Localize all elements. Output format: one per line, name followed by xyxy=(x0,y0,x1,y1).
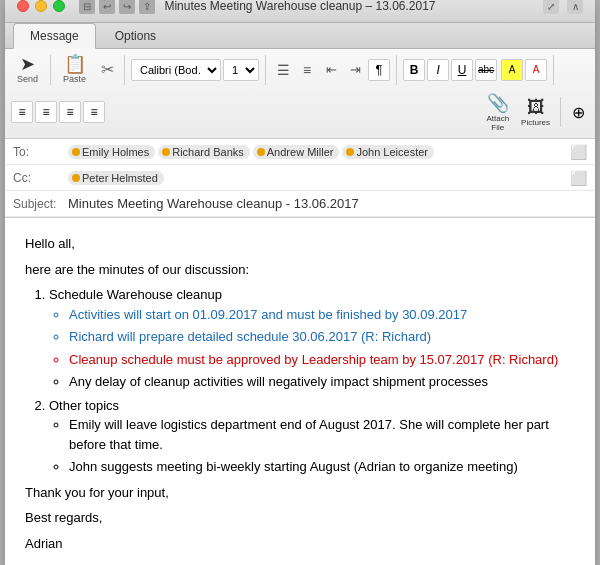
recipient-dot xyxy=(257,148,265,156)
toolbar: ➤ Send 📋 Paste ✂ Calibri (Bod… 12 ☰ ≡ ⇤ … xyxy=(5,49,595,139)
italic-button[interactable]: I xyxy=(427,59,449,81)
item2-bullets: Emily will leave logistics department en… xyxy=(69,415,575,477)
toolbar-separator-2 xyxy=(124,55,125,85)
pictures-icon: 🖼 xyxy=(527,97,545,118)
bullet-item: Activities will start on 01.09.2017 and … xyxy=(69,305,575,325)
closing2: Best regards, xyxy=(25,508,575,528)
maximize-button[interactable] xyxy=(53,0,65,12)
right-toolbar: 📎 AttachFile 🖼 Pictures ⊕ xyxy=(482,90,589,134)
cc-recipients: Peter Helmsted xyxy=(68,171,570,185)
recipient-name: John Leicester xyxy=(356,146,428,158)
paragraph-button[interactable]: ¶ xyxy=(368,59,390,81)
recipient-name: Emily Holmes xyxy=(82,146,149,158)
share-icon[interactable]: ⇪ xyxy=(139,0,155,14)
bullet-list-button[interactable]: ☰ xyxy=(272,59,294,81)
recipient-name: Andrew Miller xyxy=(267,146,334,158)
recipient-peter-helmsted[interactable]: Peter Helmsted xyxy=(68,171,164,185)
send-icon: ➤ xyxy=(20,55,35,73)
indent-decrease-button[interactable]: ⇤ xyxy=(320,59,342,81)
attach-file-button[interactable]: 📎 AttachFile xyxy=(482,90,513,134)
item2-heading: Other topics xyxy=(49,398,119,413)
bullet-item: Emily will leave logistics department en… xyxy=(69,415,575,454)
titlebar-action-icons: ⊟ ↩ ↪ ⇪ xyxy=(79,0,155,14)
email-header: To: Emily Holmes Richard Banks Andrew Mi… xyxy=(5,139,595,218)
minimize-button[interactable] xyxy=(35,0,47,12)
font-name-select[interactable]: Calibri (Bod… xyxy=(131,59,221,81)
recipient-dot xyxy=(162,148,170,156)
traffic-lights xyxy=(17,0,65,12)
list-format-buttons: ☰ ≡ ⇤ ⇥ ¶ xyxy=(272,59,390,81)
bullet-item: Cleanup schedule must be approved by Lea… xyxy=(69,350,575,370)
intro: here are the minutes of our discussion: xyxy=(25,260,575,280)
to-label: To: xyxy=(13,145,68,159)
toolbar-separator-3 xyxy=(265,55,266,85)
undo-icon[interactable]: ↩ xyxy=(99,0,115,14)
item1-bullets: Activities will start on 01.09.2017 and … xyxy=(69,305,575,392)
align-buttons: ≡ ≡ ≡ ≡ xyxy=(11,101,105,123)
recipient-name: Peter Helmsted xyxy=(82,172,158,184)
attach-icon: 📎 xyxy=(487,92,509,114)
redo-icon[interactable]: ↪ xyxy=(119,0,135,14)
bullet-item: John suggests meeting bi-weekly starting… xyxy=(69,457,575,477)
item1-heading: Schedule Warehouse cleanup xyxy=(49,287,222,302)
list-item-2: Other topics Emily will leave logistics … xyxy=(49,396,575,477)
tab-options[interactable]: Options xyxy=(98,23,173,49)
recipient-john-leicester[interactable]: John Leicester xyxy=(342,145,434,159)
signature: Adrian xyxy=(25,534,575,554)
bold-button[interactable]: B xyxy=(403,59,425,81)
expand-icon[interactable]: ⤢ xyxy=(543,0,559,14)
cc-field-expand-icon[interactable]: ⬜ xyxy=(570,170,587,186)
tab-bar: Message Options xyxy=(5,23,595,49)
to-recipients: Emily Holmes Richard Banks Andrew Miller… xyxy=(68,145,570,159)
toolbar-separator-6 xyxy=(560,97,561,127)
email-window: ⊟ ↩ ↪ ⇪ Minutes Meeting Warehouse cleanu… xyxy=(5,0,595,565)
list-item-1: Schedule Warehouse cleanup Activities wi… xyxy=(49,285,575,392)
subject-field-row: Subject: xyxy=(5,191,595,217)
font-controls: Calibri (Bod… 12 xyxy=(131,59,259,81)
font-color-button[interactable]: A xyxy=(525,59,547,81)
recipient-richard-banks[interactable]: Richard Banks xyxy=(158,145,250,159)
toolbar-separator-5 xyxy=(553,55,554,85)
cc-label: Cc: xyxy=(13,171,68,185)
send-button[interactable]: ➤ Send xyxy=(11,53,44,86)
align-justify-button[interactable]: ≡ xyxy=(83,101,105,123)
recipient-emily-holmes[interactable]: Emily Holmes xyxy=(68,145,155,159)
strikethrough-button[interactable]: abc xyxy=(475,59,497,81)
recipient-dot xyxy=(72,174,80,182)
pictures-button[interactable]: 🖼 Pictures xyxy=(517,95,554,129)
close-button[interactable] xyxy=(17,0,29,12)
toolbar-separator-1 xyxy=(50,55,51,85)
subject-input[interactable] xyxy=(68,196,587,211)
underline-button[interactable]: U xyxy=(451,59,473,81)
main-list: Schedule Warehouse cleanup Activities wi… xyxy=(49,285,575,477)
email-body[interactable]: Hello all, here are the minutes of our d… xyxy=(5,218,595,565)
align-center-button[interactable]: ≡ xyxy=(35,101,57,123)
recipient-dot xyxy=(346,148,354,156)
tab-message[interactable]: Message xyxy=(13,23,96,49)
paste-button[interactable]: 📋 Paste xyxy=(57,53,92,86)
collapse-icon[interactable]: ∧ xyxy=(567,0,583,14)
numbered-list-button[interactable]: ≡ xyxy=(296,59,318,81)
cut-button[interactable]: ✂ xyxy=(96,59,118,81)
align-right-button[interactable]: ≡ xyxy=(59,101,81,123)
highlight-button[interactable]: A xyxy=(501,59,523,81)
paste-icon: 📋 xyxy=(64,55,86,73)
highlight-buttons: A A xyxy=(501,59,547,81)
greeting: Hello all, xyxy=(25,234,575,254)
window-title: Minutes Meeting Warehouse cleanup – 13.0… xyxy=(164,0,435,13)
more-options-button[interactable]: ⊕ xyxy=(567,101,589,123)
align-left-button[interactable]: ≡ xyxy=(11,101,33,123)
recipient-name: Richard Banks xyxy=(172,146,244,158)
bullet-item: Richard will prepare detailed schedule 3… xyxy=(69,327,575,347)
toolbar-separator-4 xyxy=(396,55,397,85)
cc-field-row: Cc: Peter Helmsted ⬜ xyxy=(5,165,595,191)
save-icon[interactable]: ⊟ xyxy=(79,0,95,14)
text-format-buttons: B I U abc xyxy=(403,59,497,81)
font-size-select[interactable]: 12 xyxy=(223,59,259,81)
to-field-expand-icon[interactable]: ⬜ xyxy=(570,144,587,160)
indent-increase-button[interactable]: ⇥ xyxy=(344,59,366,81)
recipient-andrew-miller[interactable]: Andrew Miller xyxy=(253,145,340,159)
to-field-row: To: Emily Holmes Richard Banks Andrew Mi… xyxy=(5,139,595,165)
subject-label: Subject: xyxy=(13,197,68,211)
recipient-dot xyxy=(72,148,80,156)
